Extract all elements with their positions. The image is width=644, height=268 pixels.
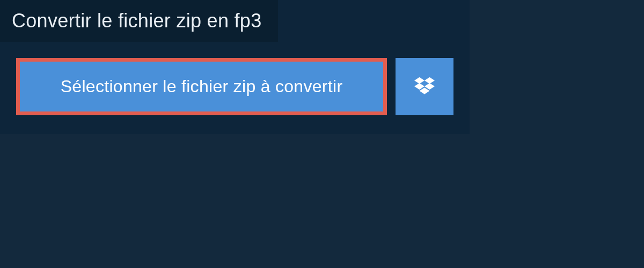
dropbox-icon: [414, 77, 435, 96]
select-file-label: Sélectionner le fichier zip à convertir: [61, 77, 343, 96]
button-area: Sélectionner le fichier zip à convertir: [0, 42, 470, 134]
page-title: Convertir le fichier zip en fp3: [12, 10, 262, 32]
title-bar: Convertir le fichier zip en fp3: [0, 0, 278, 42]
dropbox-button[interactable]: [396, 58, 453, 115]
converter-panel: Convertir le fichier zip en fp3 Sélectio…: [0, 0, 470, 134]
select-file-button[interactable]: Sélectionner le fichier zip à convertir: [16, 58, 387, 115]
